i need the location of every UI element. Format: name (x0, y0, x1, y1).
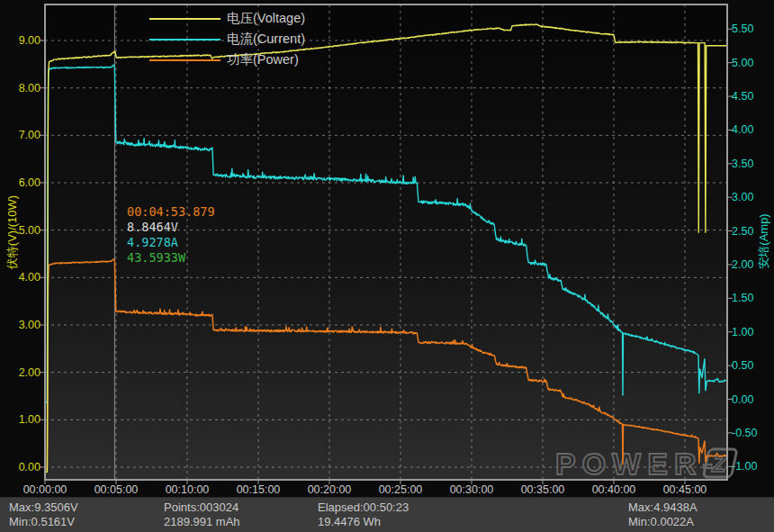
x-tick-label: 00:25:00 (371, 483, 430, 496)
x-tick-label: 00:15:00 (229, 483, 288, 496)
y-tick-label: 2.00 (5, 366, 40, 379)
cursor-power: 43.5933W (127, 250, 215, 266)
y-tick-label: 1.00 (732, 326, 770, 338)
x-tick-label: 00:30:00 (442, 483, 501, 496)
y-tick-label: 3.00 (732, 191, 770, 203)
y-tick-label: 1.50 (732, 292, 770, 304)
legend-label-voltage: 电压(Voltage) (227, 10, 305, 27)
y-tick-label: 7.00 (5, 129, 40, 141)
cursor-voltage: 8.8464V (127, 220, 215, 235)
y-tick-label: 0.00 (5, 461, 40, 473)
status-energy: 19.4476 Wh (318, 515, 409, 529)
x-tick-label: 00:05:00 (86, 483, 146, 496)
y-tick-label: 3.00 (5, 319, 40, 331)
x-tick-label: 00:45:00 (655, 483, 715, 496)
y-tick-label: 2.00 (732, 258, 770, 271)
y-tick-label: 5.50 (732, 23, 770, 35)
status-max-current: Max:4.9438A (628, 500, 698, 515)
y-tick-label: 9.00 (5, 34, 40, 47)
legend-label-power: 功率(Power) (227, 51, 299, 68)
legend-item-voltage[interactable]: 电压(Voltage) (149, 8, 305, 29)
legend-item-power[interactable]: 功率(Power) (149, 50, 305, 70)
y-tick-label: 6.00 (5, 176, 40, 189)
y-tick-label: 4.00 (5, 271, 40, 284)
y-tick-label: 2.50 (732, 225, 770, 238)
x-tick-label: 00:35:00 (513, 483, 572, 496)
status-bar: Max:9.3506V Min:0.5161V Points:003024 21… (0, 497, 774, 532)
y-tick-label: 8.00 (5, 82, 40, 95)
status-elapsed: Elapsed:00:50:23 (318, 500, 409, 515)
chart-canvas[interactable]: POWER-Z (0, 0, 774, 532)
y-tick-label: 1.00 (5, 413, 40, 426)
status-points: Points:003024 (164, 500, 240, 515)
legend: 电压(Voltage) 电流(Current) 功率(Power) (149, 8, 305, 70)
voltage-line-swatch (149, 18, 220, 20)
status-capacity: 2189.991 mAh (164, 515, 240, 529)
status-max-voltage: Max:9.3506V (9, 500, 78, 515)
legend-item-current[interactable]: 电流(Current) (149, 29, 305, 50)
powerz-watermark: POWER-Z (555, 446, 737, 481)
cursor-time: 00:04:53.879 (127, 204, 215, 220)
x-tick-label: 00:40:00 (584, 483, 644, 496)
cursor-current: 4.9278A (127, 235, 215, 250)
y-tick-label: 4.00 (732, 123, 770, 136)
y-tick-label: 4.50 (732, 90, 770, 103)
powerz-chart-app: POWER-Z 电压(Voltage) 电流(Current) 功率(Power… (0, 0, 774, 532)
y-tick-label: -1.00 (732, 460, 770, 473)
y-tick-label: 0.50 (732, 359, 770, 372)
status-min-voltage: Min:0.5161V (9, 515, 78, 529)
legend-label-current: 电流(Current) (227, 31, 305, 48)
y-tick-label: 5.00 (5, 224, 40, 237)
x-tick-label: 00:00:00 (15, 483, 75, 496)
x-tick-label: 00:10:00 (158, 483, 217, 496)
svg-text:POWER-: POWER- (555, 446, 719, 481)
power-line-swatch (149, 59, 220, 61)
x-tick-label: 00:20:00 (300, 483, 359, 496)
cursor-annotation: 00:04:53.879 8.8464V 4.9278A 43.5933W (127, 204, 215, 266)
y-tick-label: -0.50 (732, 427, 770, 439)
y-tick-label: 0.00 (732, 393, 770, 406)
current-line-swatch (149, 39, 220, 41)
status-min-current: Min:0.0022A (628, 515, 698, 529)
y-tick-label: 5.00 (732, 57, 770, 69)
y-tick-label: 3.50 (732, 158, 770, 170)
